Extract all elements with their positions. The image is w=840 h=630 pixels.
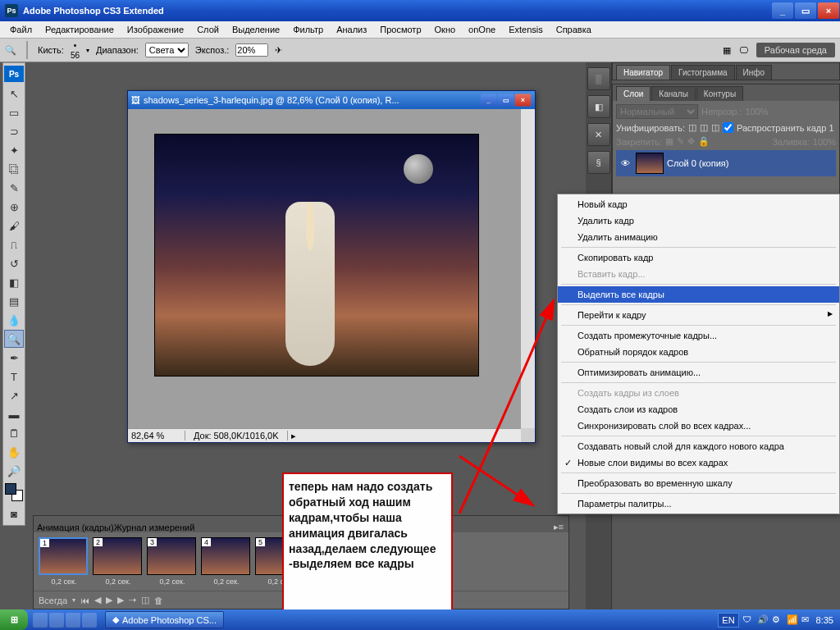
palette-icon[interactable]: ▦	[723, 45, 731, 56]
menu-item[interactable]: Удалить кадр	[558, 212, 839, 229]
new-frame-icon[interactable]: ◫	[141, 595, 149, 605]
menu-onone[interactable]: onOne	[462, 23, 502, 36]
tab-channels[interactable]: Каналы	[651, 86, 696, 101]
stamp-tool[interactable]: ⎍	[4, 235, 24, 253]
doc-close[interactable]: ×	[515, 94, 532, 107]
blur-tool[interactable]: 💧	[4, 311, 24, 329]
ribbon-btn-4[interactable]: §	[587, 151, 610, 174]
loop-select[interactable]: Всегда	[39, 596, 67, 605]
type-tool[interactable]: T	[4, 368, 24, 386]
menu-item[interactable]: Преобразовать во временную шкалу	[558, 475, 839, 491]
menu-item[interactable]: Параметры палитры...	[558, 495, 839, 512]
tray-icon-1[interactable]: 🛡	[742, 614, 754, 626]
start-button[interactable]: ⊞	[0, 609, 28, 630]
quicklaunch-1[interactable]	[33, 613, 48, 628]
menu-extensis[interactable]: Extensis	[502, 23, 550, 36]
quickmask-icon[interactable]: ◙	[4, 504, 24, 523]
tray-icon-2[interactable]: 🔊	[757, 614, 769, 626]
tab-navigator[interactable]: Навигатор	[616, 65, 670, 80]
brush-size[interactable]: 56	[71, 51, 80, 60]
propagate-checkbox[interactable]	[723, 122, 733, 133]
eyedropper-tool[interactable]: ✎	[4, 179, 24, 197]
healing-tool[interactable]: ⊕	[4, 198, 24, 216]
unify-icon-1[interactable]: ◫	[688, 122, 696, 133]
fill-value[interactable]: 100%	[813, 137, 836, 147]
menu-item[interactable]: Новый кадр	[558, 196, 839, 212]
lock-icon-1[interactable]: ▦	[665, 136, 673, 147]
unify-icon-3[interactable]: ◫	[711, 122, 719, 133]
prev-frame-icon[interactable]: ◀	[94, 595, 101, 605]
menu-item[interactable]: Выделить все кадры	[558, 286, 839, 303]
gradient-tool[interactable]: ▤	[4, 292, 24, 310]
menu-item[interactable]: Создать слои из кадров	[558, 401, 839, 418]
menu-filter[interactable]: Фильтр	[286, 23, 330, 36]
frame-2[interactable]: 20,2 сек.	[93, 537, 144, 586]
menu-help[interactable]: Справка	[550, 23, 598, 36]
language-indicator[interactable]: EN	[718, 613, 738, 628]
wand-tool[interactable]: ✦	[4, 141, 24, 159]
notes-tool[interactable]: 🗒	[4, 424, 24, 442]
menu-select[interactable]: Выделение	[226, 23, 286, 36]
layer-thumbnail[interactable]	[636, 153, 664, 174]
dodge-tool-icon[interactable]: 🔍	[5, 45, 16, 56]
visibility-icon[interactable]: 👁	[618, 158, 632, 168]
lock-icon-4[interactable]: 🔒	[698, 136, 710, 147]
eraser-tool[interactable]: ◧	[4, 273, 24, 291]
tab-info[interactable]: Инфо	[736, 65, 773, 80]
zoom-level[interactable]: 82,64 %	[128, 431, 185, 441]
first-frame-icon[interactable]: ⏮	[80, 596, 89, 605]
range-select[interactable]: Света	[145, 43, 189, 57]
close-button[interactable]: ×	[818, 2, 839, 19]
menu-analysis[interactable]: Анализ	[330, 23, 373, 36]
layer-row[interactable]: 👁 Слой 0 (копия)	[616, 150, 836, 176]
tab-measurement[interactable]: Журнал измерений	[114, 523, 195, 532]
layer-name[interactable]: Слой 0 (копия)	[667, 158, 728, 168]
menu-layer[interactable]: Слой	[190, 23, 226, 36]
tray-icon-5[interactable]: ✉	[801, 614, 813, 626]
menu-item[interactable]: Создать промежуточные кадры...	[558, 327, 839, 344]
path-tool[interactable]: ↗	[4, 386, 24, 404]
menu-image[interactable]: Изображение	[121, 23, 190, 36]
tab-animation[interactable]: Анимация (кадры)	[37, 523, 114, 532]
tab-paths[interactable]: Контуры	[696, 86, 743, 101]
airbrush-icon[interactable]: ✈	[275, 45, 282, 56]
menu-item[interactable]: Новые слои видимы во всех кадрах	[558, 454, 839, 471]
ribbon-btn-1[interactable]: ░	[587, 67, 610, 90]
screen-mode-icon[interactable]: 🖵	[739, 45, 748, 55]
delete-frame-icon[interactable]: 🗑	[154, 596, 163, 605]
taskbar-app-button[interactable]: ◆ Adobe Photoshop CS...	[105, 611, 224, 628]
frame-1[interactable]: 10,2 сек.	[39, 537, 89, 586]
workspace-dropdown[interactable]: Рабочая среда	[756, 43, 835, 57]
tray-icon-4[interactable]: 📶	[787, 614, 798, 626]
move-tool[interactable]: ↖	[4, 84, 24, 103]
next-frame-icon[interactable]: ▶	[117, 595, 124, 605]
panel-menu-icon[interactable]: ▸≡	[549, 522, 568, 532]
menu-item[interactable]: Скопировать кадр	[558, 249, 839, 266]
brush-tool[interactable]: 🖌	[4, 217, 24, 235]
ribbon-btn-3[interactable]: ✕	[587, 123, 610, 146]
quicklaunch-2[interactable]	[49, 613, 64, 628]
exposure-input[interactable]	[235, 43, 268, 57]
doc-maximize[interactable]: ▭	[498, 94, 514, 107]
tween-icon[interactable]: ⇢	[129, 595, 136, 605]
menu-item[interactable]: Удалить анимацию	[558, 229, 839, 245]
pen-tool[interactable]: ✒	[4, 349, 24, 367]
tab-histogram[interactable]: Гистограмма	[671, 65, 735, 80]
menu-item[interactable]: Оптимизировать анимацию...	[558, 364, 839, 381]
minimize-button[interactable]: _	[772, 2, 793, 19]
quicklaunch-3[interactable]	[66, 613, 80, 628]
history-brush-tool[interactable]: ↺	[4, 254, 24, 272]
maximize-button[interactable]: ▭	[795, 2, 816, 19]
menu-file[interactable]: Файл	[3, 23, 39, 36]
clock[interactable]: 8:35	[816, 615, 833, 625]
play-icon[interactable]: ▶	[106, 595, 112, 605]
tab-layers[interactable]: Слои	[616, 86, 651, 101]
dodge-tool[interactable]: 🔍	[4, 330, 24, 348]
lasso-tool[interactable]: ⊃	[4, 122, 24, 140]
marquee-tool[interactable]: ▭	[4, 103, 24, 121]
hand-tool[interactable]: ✋	[4, 443, 24, 461]
doc-minimize[interactable]: _	[481, 94, 497, 107]
menu-item[interactable]: Перейти к кадру	[558, 307, 839, 323]
shape-tool[interactable]: ▬	[4, 405, 24, 423]
quicklaunch-4[interactable]	[82, 613, 97, 628]
